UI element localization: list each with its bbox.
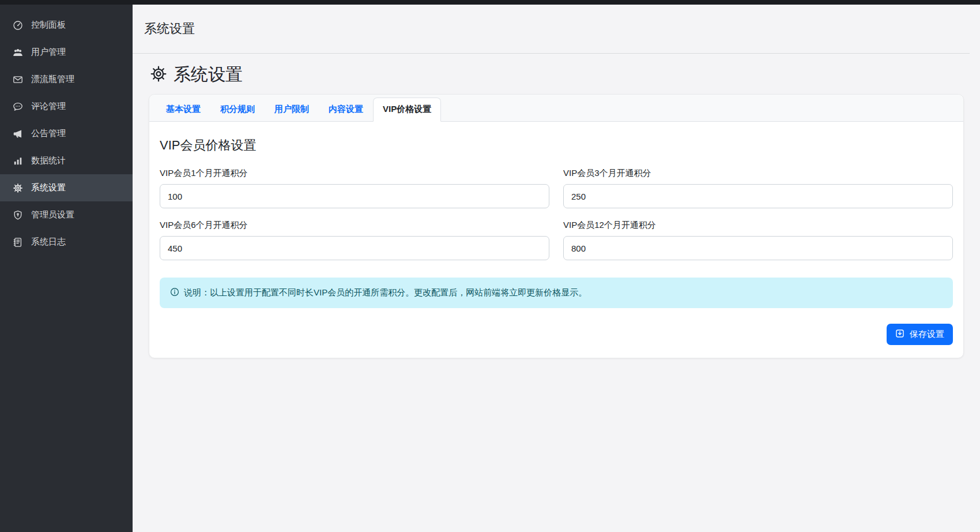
gear-icon	[13, 183, 23, 193]
bar-chart-icon	[13, 156, 23, 166]
sidebar-item-stats[interactable]: 数据统计	[0, 147, 133, 174]
envelope-icon	[13, 74, 23, 85]
field-vip-1-month: VIP会员1个月开通积分	[160, 168, 549, 208]
field-vip-12-month: VIP会员12个月开通积分	[563, 220, 953, 260]
tab-vip-pricing[interactable]: VIP价格设置	[373, 98, 441, 122]
sidebar-item-label: 系统设置	[31, 182, 66, 193]
sidebar-item-label: 数据统计	[31, 155, 66, 166]
frame: 控制面板 用户管理 漂流瓶管理 评论管理	[0, 5, 980, 532]
field-input[interactable]	[563, 236, 953, 260]
gear-icon	[150, 65, 167, 85]
field-vip-6-month: VIP会员6个月开通积分	[160, 220, 549, 260]
sidebar-item-label: 评论管理	[31, 101, 66, 112]
field-input[interactable]	[160, 184, 549, 208]
save-button-label: 保存设置	[910, 329, 944, 340]
tab-basic[interactable]: 基本设置	[156, 98, 210, 122]
info-alert-text: 说明：以上设置用于配置不同时长VIP会员的开通所需积分。更改配置后，网站前端将立…	[184, 287, 587, 298]
tab-content[interactable]: 内容设置	[319, 98, 373, 122]
info-alert: 说明：以上设置用于配置不同时长VIP会员的开通所需积分。更改配置后，网站前端将立…	[160, 278, 953, 308]
sidebar-item-comments[interactable]: 评论管理	[0, 93, 133, 120]
main-area: 系统设置 系统设置 基本设置 积分规	[133, 5, 980, 532]
sidebar-item-label: 管理员设置	[31, 209, 74, 220]
page-header-title: 系统设置	[144, 20, 195, 38]
tab-points[interactable]: 积分规则	[210, 98, 265, 122]
screen: 控制面板 用户管理 漂流瓶管理 评论管理	[0, 0, 980, 532]
sidebar-item-logs[interactable]: 系统日志	[0, 228, 133, 256]
sidebar-item-admins[interactable]: 管理员设置	[0, 201, 133, 228]
sidebar-item-users[interactable]: 用户管理	[0, 39, 133, 66]
field-input[interactable]	[563, 184, 953, 208]
sidebar: 控制面板 用户管理 漂流瓶管理 评论管理	[0, 5, 133, 532]
field-input[interactable]	[160, 236, 549, 260]
vip-price-form: VIP会员1个月开通积分 VIP会员3个月开通积分 VIP会员6个月开通积分	[160, 168, 953, 260]
comment-icon	[13, 102, 23, 112]
field-label: VIP会员12个月开通积分	[563, 220, 953, 231]
vip-pricing-panel: VIP会员价格设置 VIP会员1个月开通积分 VIP会员3个月开通积分	[149, 122, 963, 358]
sidebar-item-settings[interactable]: 系统设置	[0, 174, 133, 201]
journal-icon	[13, 237, 23, 248]
page-heading-text: 系统设置	[174, 63, 243, 87]
sidebar-item-dashboard[interactable]: 控制面板	[0, 12, 133, 39]
megaphone-icon	[13, 129, 23, 139]
settings-tabs: 基本设置 积分规则 用户限制 内容设置 VIP价格设置	[149, 95, 963, 122]
sidebar-item-label: 控制面板	[31, 20, 66, 31]
footer-row: 保存设置	[160, 324, 953, 345]
page-header: 系统设置	[133, 5, 970, 54]
shield-icon	[13, 210, 23, 220]
sidebar-item-label: 系统日志	[31, 237, 66, 248]
speedometer-icon	[13, 20, 23, 31]
page-heading: 系统设置	[150, 63, 980, 87]
sidebar-item-bottles[interactable]: 漂流瓶管理	[0, 66, 133, 93]
sidebar-item-label: 公告管理	[31, 128, 66, 139]
sidebar-item-announcements[interactable]: 公告管理	[0, 120, 133, 147]
section-title: VIP会员价格设置	[160, 137, 953, 154]
sidebar-item-label: 漂流瓶管理	[31, 74, 74, 85]
save-icon	[895, 329, 904, 340]
save-settings-button[interactable]: 保存设置	[887, 324, 953, 345]
settings-card: 基本设置 积分规则 用户限制 内容设置 VIP价格设置 VIP会员价格设置	[149, 94, 964, 358]
tab-user-limits[interactable]: 用户限制	[265, 98, 319, 122]
users-icon	[13, 47, 23, 58]
field-vip-3-month: VIP会员3个月开通积分	[563, 168, 953, 208]
top-strip	[0, 0, 980, 5]
sidebar-item-label: 用户管理	[31, 47, 66, 58]
field-label: VIP会员6个月开通积分	[160, 220, 549, 231]
info-icon	[170, 287, 179, 298]
field-label: VIP会员3个月开通积分	[563, 168, 953, 179]
field-label: VIP会员1个月开通积分	[160, 168, 549, 179]
